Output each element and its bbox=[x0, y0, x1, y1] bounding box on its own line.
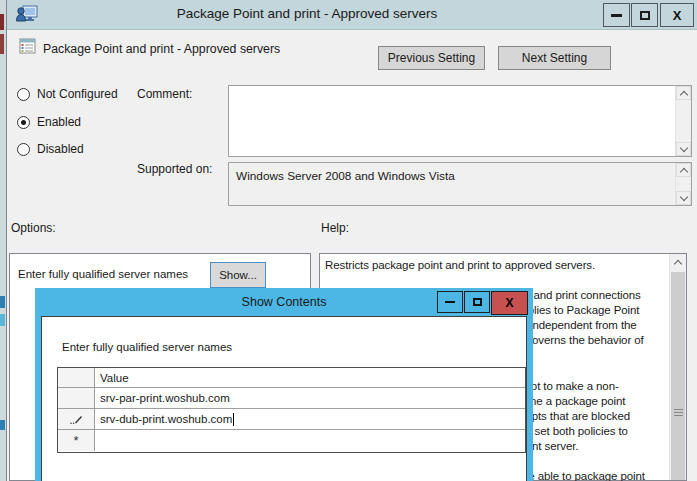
radio-circle[interactable] bbox=[17, 143, 30, 156]
maximize-icon bbox=[473, 298, 482, 306]
background-window-fragment bbox=[0, 420, 5, 430]
setting-title: Package Point and print - Approved serve… bbox=[43, 42, 280, 56]
value-cell[interactable] bbox=[95, 430, 525, 451]
options-label: Options: bbox=[11, 221, 56, 235]
minimize-icon bbox=[611, 14, 622, 17]
row-selector-header[interactable] bbox=[58, 368, 95, 387]
value-column-header[interactable]: Value bbox=[95, 368, 525, 387]
window-titlebar[interactable]: Package Point and print - Approved serve… bbox=[7, 0, 697, 30]
close-button[interactable]: X bbox=[660, 3, 694, 27]
chevron-down-icon bbox=[679, 144, 687, 152]
background-window-fragment bbox=[0, 296, 5, 308]
supported-on-value: Windows Server 2008 and Windows Vista bbox=[236, 169, 455, 183]
help-scrollbar[interactable] bbox=[669, 254, 686, 480]
server-names-label: Enter fully qualified server names bbox=[18, 268, 188, 280]
show-contents-dialog: Show Contents X Enter fully qualified se… bbox=[35, 288, 533, 481]
close-icon: X bbox=[505, 296, 513, 310]
supported-on-label: Supported on: bbox=[137, 162, 212, 176]
maximize-button[interactable] bbox=[464, 291, 490, 313]
row-selector[interactable] bbox=[58, 409, 95, 429]
close-button[interactable]: X bbox=[491, 291, 528, 315]
chevron-up-icon bbox=[679, 90, 687, 98]
value-cell[interactable]: srv-par-print.woshub.com bbox=[95, 388, 525, 408]
grid-header-row: Value bbox=[58, 368, 525, 388]
radio-circle-selected[interactable] bbox=[17, 116, 30, 129]
window-title: Package Point and print - Approved serve… bbox=[107, 6, 507, 21]
radio-circle[interactable] bbox=[17, 88, 30, 101]
server-names-label: Enter fully qualified server names bbox=[62, 341, 232, 353]
minimize-icon bbox=[445, 301, 455, 303]
minimize-button[interactable] bbox=[603, 3, 630, 27]
chevron-down-icon bbox=[679, 193, 687, 201]
radio-disabled[interactable]: Disabled bbox=[17, 142, 84, 156]
scrollbar-thumb[interactable] bbox=[671, 272, 685, 480]
next-setting-button[interactable]: Next Setting bbox=[498, 46, 611, 70]
scroll-up-button[interactable] bbox=[676, 163, 691, 177]
policy-setting-icon bbox=[19, 37, 37, 59]
radio-enabled[interactable]: Enabled bbox=[17, 115, 81, 129]
background-window-fragment bbox=[0, 14, 4, 30]
previous-setting-button[interactable]: Previous Setting bbox=[378, 46, 485, 70]
supported-on-box[interactable]: Windows Server 2008 and Windows Vista bbox=[228, 162, 692, 206]
radio-label: Enabled bbox=[37, 115, 81, 129]
screen: Package Point and print - Approved serve… bbox=[0, 0, 697, 481]
show-contents-content: Enter fully qualified server names Value… bbox=[41, 316, 527, 481]
comment-label: Comment: bbox=[137, 87, 192, 101]
comment-scrollbar[interactable] bbox=[675, 86, 691, 156]
grid-row-editing: srv-dub-print.woshub.com bbox=[58, 409, 525, 430]
radio-label: Disabled bbox=[37, 142, 84, 156]
grid-row: srv-par-print.woshub.com bbox=[58, 388, 525, 409]
radio-label: Not Configured bbox=[37, 87, 118, 101]
supported-on-scrollbar[interactable] bbox=[675, 163, 691, 205]
minimize-button[interactable] bbox=[437, 291, 463, 313]
maximize-icon bbox=[640, 11, 650, 20]
new-row-asterisk-icon: * bbox=[73, 433, 78, 448]
chevron-up-icon bbox=[679, 167, 687, 175]
chevron-up-icon bbox=[674, 259, 682, 267]
scroll-up-button[interactable] bbox=[670, 254, 686, 270]
background-window-fragment bbox=[0, 314, 5, 326]
scroll-down-button[interactable] bbox=[676, 191, 691, 205]
close-icon: X bbox=[673, 8, 682, 23]
row-selector[interactable] bbox=[58, 388, 95, 408]
comment-textarea[interactable] bbox=[228, 85, 692, 157]
maximize-button[interactable] bbox=[631, 3, 658, 27]
background-window-fragment bbox=[0, 34, 4, 54]
show-button[interactable]: Show... bbox=[210, 262, 266, 288]
scroll-down-button[interactable] bbox=[676, 142, 691, 156]
text-caret bbox=[233, 413, 234, 426]
value-cell-editing[interactable]: srv-dub-print.woshub.com bbox=[95, 409, 525, 429]
row-selector-new[interactable]: * bbox=[58, 430, 95, 451]
help-label: Help: bbox=[321, 221, 349, 235]
group-policy-app-icon bbox=[16, 5, 38, 28]
scroll-up-button[interactable] bbox=[676, 86, 691, 100]
grid-row-new: * bbox=[58, 430, 525, 451]
scrollbar-grip-icon bbox=[674, 412, 683, 413]
pencil-icon bbox=[69, 414, 83, 425]
radio-not-configured[interactable]: Not Configured bbox=[17, 87, 118, 101]
value-text: srv-dub-print.woshub.com bbox=[100, 413, 232, 425]
value-grid: Value srv-par-print.woshub.com bbox=[57, 367, 526, 453]
